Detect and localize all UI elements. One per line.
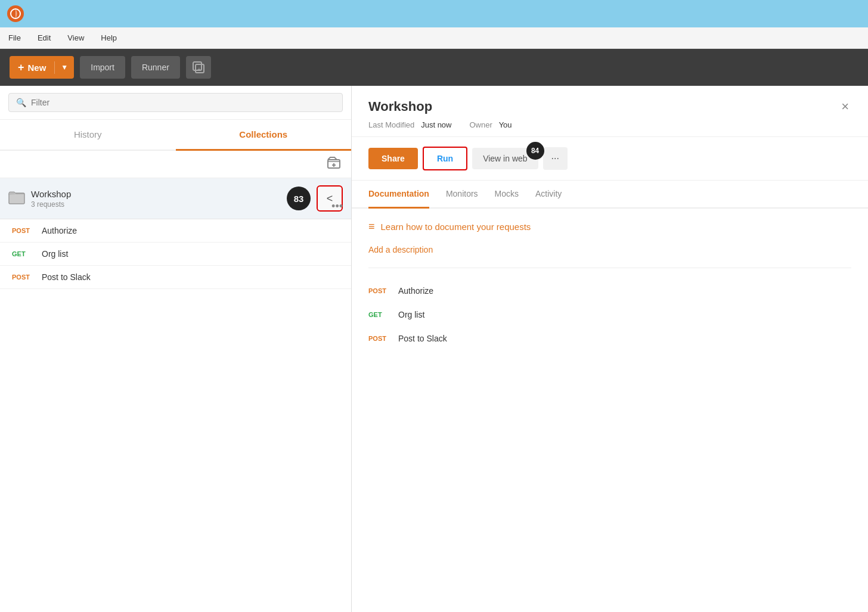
new-collection-button[interactable]	[325, 156, 343, 173]
close-button[interactable]: ×	[839, 99, 851, 114]
share-button[interactable]: Share	[368, 148, 418, 169]
meta-owner: Owner You	[469, 120, 512, 129]
panel-title-section: Workshop Last Modified Just now Owner Yo…	[368, 99, 839, 129]
collection-menu-dots[interactable]: •••	[331, 200, 343, 213]
tab-monitors[interactable]: Monitors	[446, 181, 478, 209]
toolbar: + New ▼ Import Runner +	[0, 49, 868, 86]
title-bar	[0, 0, 868, 27]
doc-link-text: Learn how to document your requests	[381, 222, 531, 232]
collection-toolbar	[0, 151, 351, 178]
badge-84: 84	[526, 142, 544, 160]
panel-tabs: Documentation Monitors Mocks Activity	[352, 181, 868, 209]
panel-request-orglist[interactable]: GET Org list	[368, 303, 851, 327]
folder-icon	[8, 190, 25, 207]
panel-method-get-1: GET	[368, 311, 390, 318]
sync-button[interactable]: +	[186, 56, 211, 79]
import-button[interactable]: Import	[80, 56, 125, 79]
tab-activity[interactable]: Activity	[535, 181, 562, 209]
collection-item-workshop[interactable]: Workshop 3 requests 83 < •••	[0, 178, 351, 219]
meta-last-modified: Last Modified Just now	[368, 120, 451, 129]
menu-file[interactable]: File	[5, 31, 24, 45]
panel-method-post-1: POST	[368, 287, 390, 294]
method-post-badge-2: POST	[12, 274, 33, 281]
filter-bar: 🔍	[0, 86, 351, 120]
panel-content: ≡ Learn how to document your requests Ad…	[352, 209, 868, 612]
tab-history[interactable]: History	[0, 120, 176, 151]
svg-text:+: +	[197, 66, 201, 73]
request-name-authorize: Authorize	[42, 226, 77, 235]
tab-collections[interactable]: Collections	[176, 120, 352, 151]
panel-request-name-posttoslack: Post to Slack	[398, 334, 447, 343]
badge-83: 83	[287, 187, 311, 210]
runner-button[interactable]: Runner	[131, 56, 180, 79]
app-icon	[7, 5, 24, 22]
sidebar: 🔍 History Collections	[0, 86, 352, 612]
new-dropdown-arrow[interactable]: ▼	[55, 63, 74, 72]
panel-request-posttoslack[interactable]: POST Post to Slack	[368, 327, 851, 350]
panel-divider	[368, 268, 851, 268]
sidebar-request-posttoslack[interactable]: POST Post to Slack	[0, 266, 351, 289]
collection-info: Workshop 3 requests	[31, 189, 281, 209]
panel-header: Workshop Last Modified Just now Owner Yo…	[352, 86, 868, 137]
menu-edit[interactable]: Edit	[34, 31, 54, 45]
filter-input[interactable]	[31, 98, 335, 107]
sidebar-request-authorize[interactable]: POST Authorize	[0, 219, 351, 243]
more-actions-button[interactable]: ···	[543, 147, 568, 170]
add-description[interactable]: Add a description	[368, 245, 851, 254]
doc-learn-link[interactable]: ≡ Learn how to document your requests	[368, 220, 851, 233]
panel-request-name-authorize: Authorize	[398, 286, 433, 296]
panel-request-authorize[interactable]: POST Authorize	[368, 279, 851, 303]
doc-icon: ≡	[368, 220, 375, 233]
right-panel: Workshop Last Modified Just now Owner Yo…	[352, 86, 868, 612]
method-post-badge: POST	[12, 227, 33, 234]
new-label: New	[28, 63, 46, 73]
collection-name: Workshop	[31, 189, 281, 199]
panel-title: Workshop	[368, 99, 839, 114]
request-name-orglist: Org list	[42, 249, 68, 259]
sidebar-tabs: History Collections	[0, 120, 351, 151]
plus-icon: +	[18, 61, 24, 74]
new-button-main[interactable]: + New	[10, 61, 55, 74]
new-button[interactable]: + New ▼	[10, 56, 74, 79]
menu-bar: File Edit View Help	[0, 27, 868, 49]
svg-rect-5	[9, 193, 24, 204]
collection-count: 3 requests	[31, 200, 281, 209]
menu-view[interactable]: View	[64, 31, 88, 45]
search-icon: 🔍	[16, 98, 26, 107]
main-layout: 🔍 History Collections	[0, 86, 868, 612]
panel-request-name-orglist: Org list	[398, 310, 424, 319]
panel-actions: Share Run View in web 84 ···	[352, 137, 868, 181]
panel-meta: Last Modified Just now Owner You	[368, 120, 839, 129]
tab-documentation[interactable]: Documentation	[368, 181, 429, 209]
view-web-label: View in web	[483, 154, 527, 163]
method-get-badge: GET	[12, 250, 33, 257]
sidebar-request-orglist[interactable]: GET Org list	[0, 243, 351, 266]
run-button[interactable]: Run	[423, 147, 467, 170]
filter-input-wrap: 🔍	[8, 93, 343, 112]
menu-help[interactable]: Help	[97, 31, 120, 45]
panel-method-post-2: POST	[368, 335, 390, 342]
tab-mocks[interactable]: Mocks	[495, 181, 519, 209]
request-name-posttoslack: Post to Slack	[42, 272, 91, 282]
